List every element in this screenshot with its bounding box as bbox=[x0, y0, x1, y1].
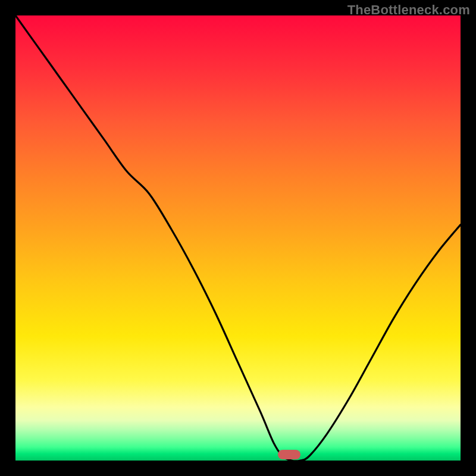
watermark-text: TheBottleneck.com bbox=[347, 2, 470, 18]
plot-area bbox=[15, 15, 461, 461]
chart-frame: TheBottleneck.com bbox=[0, 0, 476, 476]
optimum-marker bbox=[278, 450, 300, 459]
bottleneck-curve bbox=[15, 15, 461, 461]
